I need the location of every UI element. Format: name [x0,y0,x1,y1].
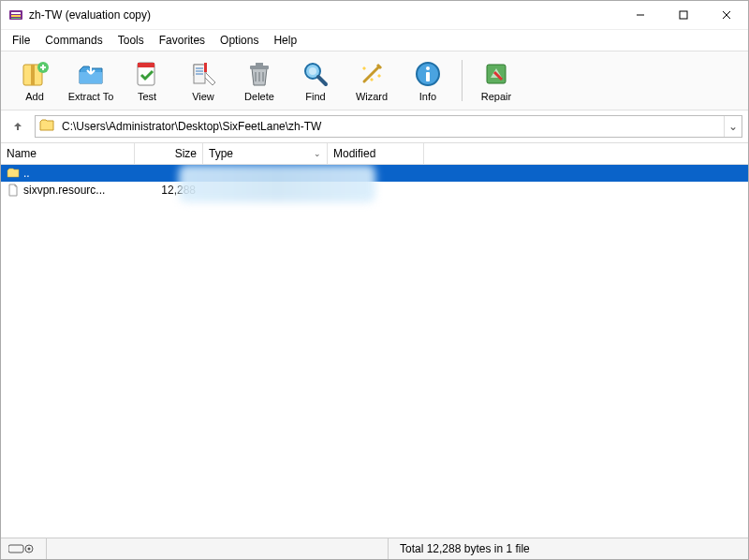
svg-rect-21 [426,72,430,81]
sorted-column-shade [179,165,291,538]
view-button[interactable]: View [176,55,230,106]
up-button[interactable] [7,115,29,138]
extract-button[interactable]: Extract To [64,55,118,106]
folder-up-icon [7,167,20,180]
close-button[interactable] [705,1,748,29]
wizard-icon [357,59,387,89]
path-dropdown-icon[interactable]: ⌄ [724,116,742,137]
sort-caret-icon: ⌄ [314,149,321,158]
svg-rect-1 [11,12,21,14]
svg-rect-12 [138,63,154,67]
test-icon [132,59,162,89]
repair-icon [481,59,511,89]
test-button[interactable]: Test [120,55,174,106]
menu-file[interactable]: File [5,32,37,49]
archive-add-icon [20,59,50,89]
repair-label: Repair [481,91,511,102]
header-type-label: Type [209,147,233,160]
window-title: zh-TW (evaluation copy) [29,8,619,22]
svg-point-20 [426,66,430,70]
menu-commands[interactable]: Commands [37,32,110,49]
address-bar: C:\Users\Administrator\Desktop\SixFeetLa… [1,111,748,143]
svg-point-18 [309,67,316,75]
view-icon [188,59,218,89]
svg-rect-2 [11,15,21,17]
svg-rect-3 [11,18,21,19]
header-name[interactable]: Name [1,143,135,164]
test-label: Test [138,91,156,102]
find-label: Find [305,91,325,102]
maximize-button[interactable] [662,1,705,29]
path-input[interactable]: C:\Users\Administrator\Desktop\SixFeetLa… [35,115,742,138]
menu-options[interactable]: Options [213,32,266,49]
menu-tools[interactable]: Tools [110,32,152,49]
app-icon [8,7,23,22]
redacted-region [179,165,375,202]
svg-rect-5 [680,11,687,19]
extract-icon [76,59,106,89]
info-button[interactable]: Info [401,55,455,106]
svg-rect-23 [8,545,23,553]
menu-bar: File Commands Tools Favorites Options He… [1,30,748,52]
add-button[interactable]: Add [7,55,62,106]
svg-rect-9 [31,65,35,85]
find-button[interactable]: Find [288,55,343,106]
delete-icon [244,59,274,89]
header-type[interactable]: Type⌄ [203,143,328,164]
wizard-button[interactable]: Wizard [345,55,399,106]
header-modified-label: Modified [333,147,375,160]
minimize-button[interactable] [619,1,662,29]
find-icon [301,59,330,89]
delete-button[interactable]: Delete [232,55,286,106]
view-label: View [192,91,214,102]
add-label: Add [25,91,44,102]
svg-rect-15 [250,66,269,69]
path-text: C:\Users\Administrator\Desktop\SixFeetLa… [60,120,724,133]
header-size-label: Size [175,147,197,160]
app-window: zh-TW (evaluation copy) File Commands To… [0,0,749,560]
status-bar: Total 12,288 bytes in 1 file [1,538,748,559]
info-icon [413,59,443,89]
menu-favorites[interactable]: Favorites [152,32,213,49]
info-label: Info [419,91,436,102]
file-list[interactable]: .. sixvpn.resourc... 12,288 [1,165,748,538]
status-pane-1 [46,538,388,559]
svg-rect-14 [204,63,207,72]
title-bar: zh-TW (evaluation copy) [1,1,748,30]
menu-help[interactable]: Help [266,32,304,49]
status-total: Total 12,288 bytes in 1 file [388,538,748,559]
toolbar: Add Extract To Test View Delete Find Wiz… [1,52,748,111]
header-name-label: Name [7,147,37,160]
repair-button[interactable]: Repair [469,55,523,106]
status-mode-icon [1,543,46,554]
window-controls [619,1,748,29]
svg-point-25 [28,548,31,551]
svg-rect-16 [256,63,263,66]
delete-label: Delete [244,91,274,102]
header-modified[interactable]: Modified [328,143,424,164]
parent-dir-label: .. [23,167,30,180]
extract-label: Extract To [68,91,114,102]
toolbar-separator [462,60,463,101]
header-size[interactable]: Size [135,143,203,164]
wizard-label: Wizard [356,91,388,102]
file-icon [7,184,20,197]
column-headers: Name Size Type⌄ Modified [1,143,748,165]
file-name-label: sixvpn.resourc... [23,184,105,197]
folder-icon [39,118,56,135]
